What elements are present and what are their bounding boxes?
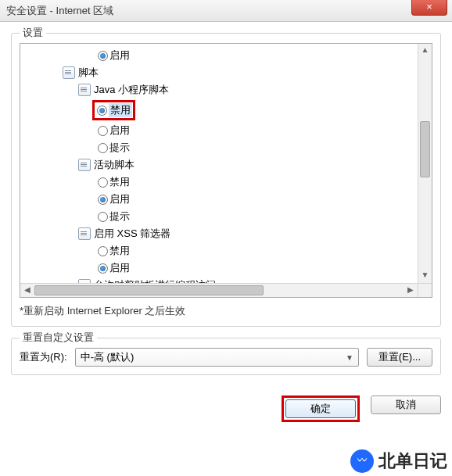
tree-radio[interactable]: 提示 [20, 139, 418, 156]
watermark-badge-icon [350, 449, 374, 473]
watermark: 北单日记 [350, 449, 447, 473]
radio-icon[interactable] [95, 263, 109, 274]
vertical-scroll-thumb[interactable] [420, 121, 430, 177]
tree-category: 启用 XSS 筛选器 [20, 225, 418, 242]
tree-radio[interactable]: 提示 [20, 208, 418, 225]
tree-item-label: 启用 [109, 123, 130, 138]
scroll-up-arrow-icon[interactable]: ▲ [418, 44, 432, 58]
watermark-text: 北单日记 [378, 449, 447, 473]
reset-button[interactable]: 重置(E)... [367, 348, 432, 367]
scroll-right-arrow-icon[interactable]: ▶ [404, 284, 418, 297]
settings-groupbox-title: 设置 [20, 26, 46, 40]
radio-icon[interactable] [95, 126, 109, 136]
tree-radio[interactable]: 启用 [20, 259, 418, 277]
tree-item-label: 禁用 [109, 244, 130, 258]
radio-icon[interactable] [95, 51, 109, 61]
window-title: 安全设置 - Internet 区域 [6, 4, 113, 18]
script-icon [78, 159, 91, 171]
tree-item-label: 提示 [109, 209, 130, 224]
scroll-corner [418, 283, 432, 297]
restart-note: *重新启动 Internet Explorer 之后生效 [20, 304, 432, 318]
tree-item-label: Java 小程序脚本 [94, 83, 169, 97]
ok-highlight-box: 确定 [282, 395, 360, 422]
reset-groupbox-title: 重置自定义设置 [20, 331, 97, 345]
script-icon [63, 66, 75, 79]
dialog-body: 设置 启用脚本Java 小程序脚本禁用启用提示活动脚本禁用启用提示启用 XSS … [0, 22, 452, 391]
settings-tree-container: 启用脚本Java 小程序脚本禁用启用提示活动脚本禁用启用提示启用 XSS 筛选器… [20, 43, 432, 298]
radio-icon[interactable] [95, 246, 109, 256]
tree-item-label: 脚本 [78, 66, 99, 80]
reset-level-combobox[interactable]: 中-高 (默认) ▼ [75, 348, 359, 367]
tree-category: Java 小程序脚本 [20, 81, 418, 98]
vertical-scrollbar[interactable]: ▲ ▼ [418, 44, 432, 283]
scroll-left-arrow-icon[interactable]: ◀ [20, 284, 34, 297]
settings-groupbox: 设置 启用脚本Java 小程序脚本禁用启用提示活动脚本禁用启用提示启用 XSS … [11, 33, 441, 327]
tree-item-label: 启用 [109, 48, 130, 63]
script-icon [78, 84, 91, 96]
tree-item-label: 启用 [109, 192, 130, 206]
tree-radio-highlighted[interactable]: 禁用 [92, 100, 135, 120]
settings-tree: 启用脚本Java 小程序脚本禁用启用提示活动脚本禁用启用提示启用 XSS 筛选器… [20, 44, 418, 283]
tree-item-label: 禁用 [109, 103, 132, 117]
titlebar: 安全设置 - Internet 区域 × [0, 0, 452, 22]
tree-category: 脚本 [20, 64, 418, 81]
horizontal-scroll-thumb[interactable] [34, 285, 264, 295]
reset-to-label: 重置为(R): [20, 350, 67, 364]
vertical-scroll-track[interactable] [418, 58, 432, 269]
dialog-actions: 确定 取消 [0, 391, 452, 422]
tree-radio[interactable]: 禁用 [20, 174, 418, 191]
close-button[interactable]: × [411, 0, 447, 16]
ok-button[interactable]: 确定 [285, 399, 356, 418]
horizontal-scroll-track[interactable] [34, 284, 404, 297]
tree-radio[interactable]: 禁用 [20, 242, 418, 259]
reset-groupbox: 重置自定义设置 重置为(R): 中-高 (默认) ▼ 重置(E)... [11, 338, 441, 375]
tree-category: 允许对剪贴板进行编程访问 [20, 277, 418, 283]
tree-item-label: 启用 XSS 筛选器 [94, 227, 170, 241]
tree-radio[interactable]: 启用 [20, 122, 418, 139]
script-icon [78, 227, 91, 240]
horizontal-scrollbar[interactable]: ◀ ▶ [20, 283, 418, 297]
radio-icon[interactable] [95, 195, 109, 205]
tree-item-label: 活动脚本 [94, 158, 135, 172]
reset-level-selected: 中-高 (默认) [81, 350, 135, 364]
tree-category: 活动脚本 [20, 156, 418, 174]
scroll-down-arrow-icon[interactable]: ▼ [418, 269, 432, 283]
tree-radio[interactable]: 启用 [20, 191, 418, 208]
tree-radio[interactable]: 启用 [20, 47, 418, 64]
radio-icon[interactable] [95, 212, 109, 222]
radio-icon[interactable] [95, 106, 109, 116]
radio-icon[interactable] [95, 143, 109, 153]
cancel-button[interactable]: 取消 [371, 395, 441, 414]
radio-icon[interactable] [95, 177, 109, 188]
tree-item-label: 启用 [109, 261, 130, 275]
tree-item-label: 禁用 [109, 175, 130, 189]
tree-item-label: 提示 [109, 141, 130, 155]
chevron-down-icon: ▼ [346, 353, 353, 362]
